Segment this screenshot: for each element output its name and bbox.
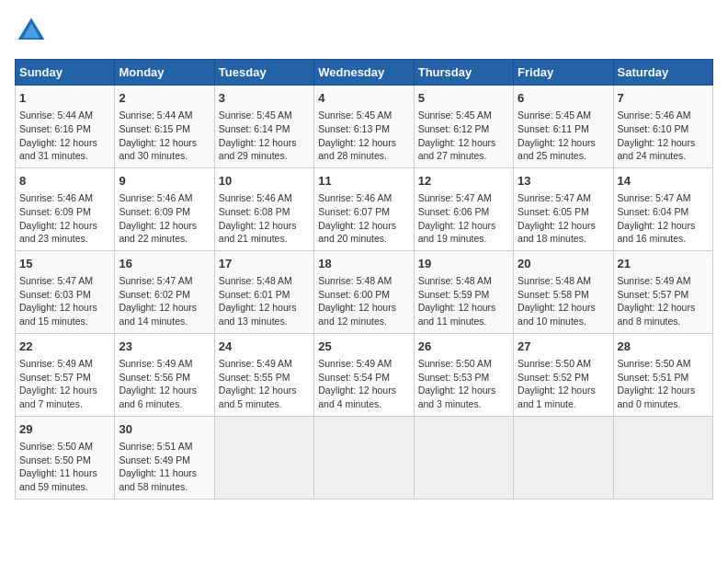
day-number: 4 <box>318 90 409 107</box>
col-header-friday: Friday <box>514 60 613 86</box>
day-info-line: Sunset: 5:56 PM <box>119 371 210 385</box>
day-number: 23 <box>119 339 210 355</box>
day-info-line: Daylight: 12 hours <box>19 136 110 150</box>
day-number: 17 <box>219 256 310 272</box>
day-info-line: and 20 minutes. <box>318 232 409 246</box>
day-info-line: Sunset: 5:50 PM <box>19 454 110 467</box>
day-number: 13 <box>518 173 609 190</box>
day-info-line: Daylight: 12 hours <box>418 219 509 233</box>
day-info-line: Sunrise: 5:50 AM <box>618 357 709 371</box>
day-info-line: Sunrise: 5:46 AM <box>19 191 110 205</box>
day-info-line: and 16 minutes. <box>618 232 709 246</box>
week-row-3: 15Sunrise: 5:47 AMSunset: 6:03 PMDayligh… <box>16 250 713 333</box>
calendar-table: SundayMondayTuesdayWednesdayThursdayFrid… <box>15 59 713 500</box>
day-cell: 18Sunrise: 5:48 AMSunset: 6:00 PMDayligh… <box>314 250 414 333</box>
day-info-line: and 29 minutes. <box>219 149 310 163</box>
day-info-line: Sunset: 6:03 PM <box>19 288 110 302</box>
day-info-line: and 0 minutes. <box>618 397 709 411</box>
day-number: 15 <box>19 256 110 272</box>
day-info-line: Sunset: 5:55 PM <box>219 371 310 385</box>
day-cell: 22Sunrise: 5:49 AMSunset: 5:57 PMDayligh… <box>16 333 115 416</box>
day-info-line: Sunset: 6:02 PM <box>119 288 210 302</box>
day-info-line: Sunrise: 5:44 AM <box>119 109 210 122</box>
day-info-line: Sunrise: 5:47 AM <box>418 191 509 205</box>
day-info-line: and 59 minutes. <box>19 480 110 494</box>
day-number: 25 <box>318 339 409 355</box>
day-info-line: Daylight: 12 hours <box>618 301 709 315</box>
day-info-line: Daylight: 12 hours <box>418 301 509 315</box>
day-cell: 1Sunrise: 5:44 AMSunset: 6:16 PMDaylight… <box>16 86 115 168</box>
day-number: 14 <box>618 173 709 190</box>
day-info-line: and 21 minutes. <box>219 232 310 246</box>
day-info-line: and 25 minutes. <box>518 149 609 163</box>
day-info-line: Sunrise: 5:49 AM <box>318 357 409 371</box>
day-info-line: Daylight: 12 hours <box>318 301 409 315</box>
day-info-line: Daylight: 12 hours <box>19 219 110 233</box>
day-number: 24 <box>219 339 310 355</box>
day-number: 18 <box>318 256 409 272</box>
day-info-line: Sunset: 6:08 PM <box>219 205 310 219</box>
day-info-line: Sunset: 6:05 PM <box>518 205 609 219</box>
day-info-line: and 1 minute. <box>518 397 609 411</box>
day-info-line: and 8 minutes. <box>618 315 709 328</box>
day-number: 2 <box>119 90 210 107</box>
day-info-line: Sunset: 6:14 PM <box>219 122 310 136</box>
day-info-line: and 15 minutes. <box>19 315 110 328</box>
day-info-line: Sunrise: 5:47 AM <box>19 274 110 288</box>
day-info-line: Sunrise: 5:46 AM <box>119 191 210 205</box>
day-cell: 8Sunrise: 5:46 AMSunset: 6:09 PMDaylight… <box>16 167 115 250</box>
day-info-line: Daylight: 12 hours <box>518 301 609 315</box>
day-number: 26 <box>418 339 509 355</box>
day-info-line: Sunrise: 5:48 AM <box>318 274 409 288</box>
day-info-line: Sunrise: 5:47 AM <box>518 191 609 205</box>
day-info-line: and 7 minutes. <box>19 397 110 411</box>
day-cell <box>214 416 313 499</box>
day-info-line: and 3 minutes. <box>418 397 509 411</box>
day-info-line: Sunrise: 5:45 AM <box>418 109 509 122</box>
day-info-line: Sunset: 6:09 PM <box>19 205 110 219</box>
day-info-line: Sunset: 5:54 PM <box>318 371 409 385</box>
day-info-line: Sunset: 5:59 PM <box>418 288 509 302</box>
day-info-line: Daylight: 11 hours <box>119 466 210 480</box>
day-cell <box>314 416 414 499</box>
col-header-thursday: Thursday <box>414 60 513 86</box>
day-info-line: Sunset: 6:13 PM <box>318 122 409 136</box>
day-info-line: Sunrise: 5:47 AM <box>618 191 709 205</box>
day-info-line: Sunset: 6:04 PM <box>618 205 709 219</box>
day-info-line: Sunrise: 5:49 AM <box>119 357 210 371</box>
page-header <box>15 15 713 48</box>
week-row-4: 22Sunrise: 5:49 AMSunset: 5:57 PMDayligh… <box>16 333 713 416</box>
day-info-line: and 10 minutes. <box>518 315 609 328</box>
day-info-line: Sunrise: 5:45 AM <box>219 109 310 122</box>
day-cell: 6Sunrise: 5:45 AMSunset: 6:11 PMDaylight… <box>514 86 613 168</box>
day-info-line: Sunset: 5:57 PM <box>618 288 709 302</box>
day-info-line: Daylight: 12 hours <box>518 136 609 150</box>
day-info-line: Sunrise: 5:48 AM <box>219 274 310 288</box>
day-info-line: Daylight: 12 hours <box>119 384 210 397</box>
day-cell: 14Sunrise: 5:47 AMSunset: 6:04 PMDayligh… <box>613 167 712 250</box>
day-info-line: Sunset: 6:00 PM <box>318 288 409 302</box>
week-row-2: 8Sunrise: 5:46 AMSunset: 6:09 PMDaylight… <box>16 167 713 250</box>
day-info-line: Sunset: 5:49 PM <box>119 454 210 467</box>
day-cell: 29Sunrise: 5:50 AMSunset: 5:50 PMDayligh… <box>16 416 115 499</box>
day-info-line: Sunrise: 5:45 AM <box>518 109 609 122</box>
day-cell: 7Sunrise: 5:46 AMSunset: 6:10 PMDaylight… <box>613 86 712 168</box>
day-info-line: Sunrise: 5:44 AM <box>19 109 110 122</box>
day-cell: 4Sunrise: 5:45 AMSunset: 6:13 PMDaylight… <box>314 86 414 168</box>
day-number: 30 <box>119 421 210 438</box>
day-info-line: Sunset: 5:57 PM <box>19 371 110 385</box>
day-info-line: Daylight: 12 hours <box>19 384 110 397</box>
day-cell: 10Sunrise: 5:46 AMSunset: 6:08 PMDayligh… <box>214 167 313 250</box>
day-number: 11 <box>318 173 409 190</box>
day-info-line: Sunrise: 5:50 AM <box>418 357 509 371</box>
day-info-line: and 13 minutes. <box>219 315 310 328</box>
day-info-line: Sunrise: 5:48 AM <box>418 274 509 288</box>
day-info-line: Daylight: 12 hours <box>219 301 310 315</box>
day-cell: 15Sunrise: 5:47 AMSunset: 6:03 PMDayligh… <box>16 250 115 333</box>
day-cell: 2Sunrise: 5:44 AMSunset: 6:15 PMDaylight… <box>115 86 214 168</box>
day-info-line: Daylight: 12 hours <box>119 219 210 233</box>
day-number: 19 <box>418 256 509 272</box>
day-info-line: Daylight: 12 hours <box>618 219 709 233</box>
day-info-line: Daylight: 12 hours <box>418 384 509 397</box>
day-number: 28 <box>618 339 709 355</box>
